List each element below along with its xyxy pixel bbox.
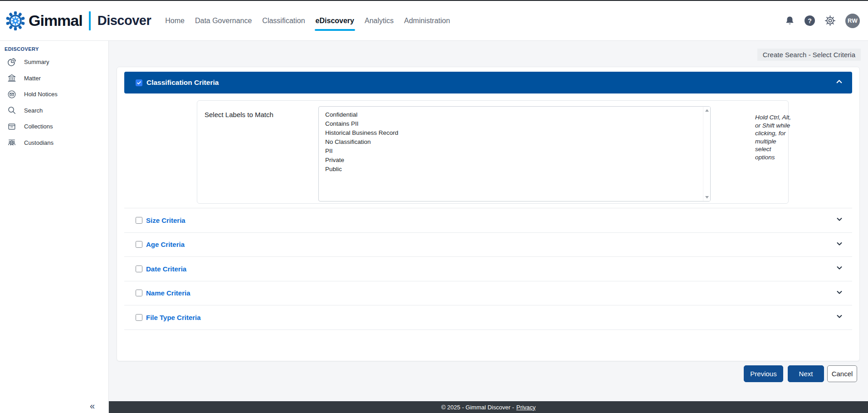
sidebar-item-collections[interactable]: Collections	[0, 118, 108, 135]
sidebar-collapse-button[interactable]: «	[90, 401, 95, 411]
chevron-down-icon	[836, 240, 843, 249]
sidebar-item-label: Matter	[24, 75, 41, 82]
chevron-up-icon	[835, 78, 843, 88]
notifications-bell-icon[interactable]	[785, 15, 795, 26]
file-type-criteria-checkbox[interactable]	[136, 314, 142, 321]
main-nav: Home Data Governance Classification eDis…	[165, 17, 450, 25]
multiselect-hint: Hold Ctrl, Alt, or Shift while clicking,…	[755, 113, 791, 161]
listbox-option[interactable]: No Classification	[325, 138, 704, 147]
sidebar-item-label: Search	[24, 107, 43, 114]
previous-button[interactable]: Previous	[744, 365, 783, 382]
help-icon[interactable]: ?	[805, 15, 815, 26]
next-button[interactable]: Next	[788, 365, 824, 382]
scroll-down-icon[interactable]	[705, 196, 709, 199]
chevron-down-icon	[836, 264, 843, 273]
name-criteria-checkbox[interactable]	[136, 290, 142, 296]
select-labels-to-match-label: Select Labels to Match	[205, 111, 273, 118]
checkmark-icon	[137, 80, 141, 85]
header-actions: ? RW	[785, 14, 860, 28]
size-criteria-row[interactable]: Size Criteria	[124, 208, 852, 232]
sidebar-item-label: Hold Notices	[24, 91, 58, 98]
copyright-text: © 2025 - Gimmal Discover -	[441, 404, 514, 411]
criteria-card: Classification Criteria Select Labels to…	[117, 67, 860, 361]
magnifier-icon	[7, 106, 16, 115]
name-criteria-row[interactable]: Name Criteria	[124, 281, 852, 305]
labels-multiselect-listbox[interactable]: Confidential Contains PII Historical Bus…	[318, 106, 711, 202]
classification-criteria-title: Classification Criteria	[146, 79, 219, 87]
cancel-button[interactable]: Cancel	[827, 365, 857, 382]
file-type-criteria-row[interactable]: File Type Criteria	[124, 305, 852, 329]
listbox-scrollbar[interactable]	[703, 107, 710, 201]
size-criteria-checkbox[interactable]	[136, 217, 142, 224]
privacy-link[interactable]: Privacy	[516, 404, 536, 411]
people-icon	[7, 138, 16, 147]
sidebar-item-hold-notices[interactable]: Hold Notices	[0, 86, 108, 103]
criteria-accordion-list: Size Criteria Age Criteria Date Criteria	[124, 208, 852, 330]
settings-gear-icon[interactable]	[824, 15, 836, 26]
sidebar: EDISCOVERY Summary Matter	[0, 41, 109, 413]
footer: © 2025 - Gimmal Discover - Privacy	[109, 401, 868, 413]
sidebar-item-search[interactable]: Search	[0, 103, 108, 119]
listbox-option[interactable]: Public	[325, 165, 704, 174]
logo: Gimmal Discover	[5, 11, 151, 31]
date-criteria-row[interactable]: Date Criteria	[124, 256, 852, 281]
top-navbar: Gimmal Discover Home Data Governance Cla…	[0, 1, 868, 41]
sidebar-item-label: Custodians	[24, 139, 54, 146]
archive-box-icon	[7, 122, 16, 131]
main-content: Create Search - Select Criteria Classifi…	[109, 41, 868, 413]
brand-name: Gimmal	[29, 12, 83, 30]
bank-icon	[7, 74, 16, 83]
gimmal-gear-logo-icon	[5, 11, 25, 31]
logo-divider	[89, 11, 91, 30]
sidebar-section-label: EDISCOVERY	[5, 46, 39, 52]
name-criteria-label: Name Criteria	[146, 289, 190, 297]
nav-data-governance[interactable]: Data Governance	[195, 17, 252, 25]
chevron-down-icon	[836, 289, 843, 298]
sidebar-item-summary[interactable]: Summary	[0, 54, 108, 70]
sidebar-items: Summary Matter Hold Notices	[0, 54, 108, 151]
nav-administration[interactable]: Administration	[404, 17, 450, 25]
classification-criteria-header[interactable]: Classification Criteria	[124, 72, 852, 93]
listbox-option[interactable]: Private	[325, 156, 704, 165]
nav-analytics[interactable]: Analytics	[365, 17, 394, 25]
listbox-option[interactable]: Confidential	[325, 110, 704, 119]
product-name: Discover	[98, 13, 151, 28]
sidebar-item-matter[interactable]: Matter	[0, 70, 108, 87]
listbox-option[interactable]: Historical Business Record	[325, 128, 704, 138]
scroll-up-icon[interactable]	[705, 108, 709, 112]
date-criteria-label: Date Criteria	[146, 265, 186, 273]
chevron-down-icon	[836, 216, 843, 225]
nav-classification[interactable]: Classification	[262, 17, 305, 25]
classification-criteria-body: Select Labels to Match Confidential Cont…	[197, 100, 789, 204]
page-title: Create Search - Select Criteria	[757, 49, 861, 61]
nav-ediscovery[interactable]: eDiscovery	[316, 17, 354, 25]
pie-chart-icon	[7, 58, 16, 67]
file-type-criteria-label: File Type Criteria	[146, 314, 201, 321]
size-criteria-label: Size Criteria	[146, 216, 185, 224]
app-root: Gimmal Discover Home Data Governance Cla…	[0, 0, 868, 413]
sidebar-item-label: Summary	[24, 59, 49, 65]
sidebar-item-label: Collections	[24, 123, 53, 130]
chevron-down-icon	[836, 313, 843, 322]
age-criteria-checkbox[interactable]	[136, 241, 142, 248]
date-criteria-checkbox[interactable]	[136, 266, 142, 272]
sidebar-item-custodians[interactable]: Custodians	[0, 135, 108, 151]
classification-criteria-checkbox[interactable]	[136, 79, 142, 86]
envelope-circle-icon	[7, 90, 16, 99]
age-criteria-label: Age Criteria	[146, 241, 185, 248]
listbox-options: Confidential Contains PII Historical Bus…	[319, 107, 710, 174]
age-criteria-row[interactable]: Age Criteria	[124, 232, 852, 257]
user-avatar[interactable]: RW	[845, 14, 860, 28]
listbox-option[interactable]: PII	[325, 147, 704, 156]
listbox-option[interactable]: Contains PII	[325, 119, 704, 128]
nav-home[interactable]: Home	[165, 17, 185, 25]
